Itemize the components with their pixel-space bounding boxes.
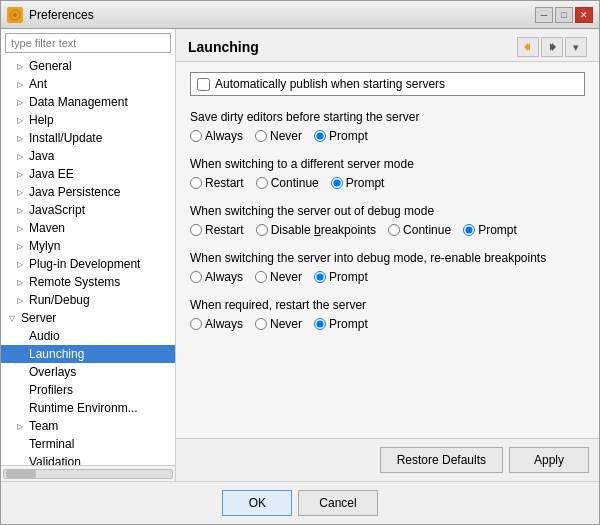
- sidebar-item-run-debug[interactable]: ▷Run/Debug: [1, 291, 175, 309]
- debug-out-prompt-label: Prompt: [478, 223, 517, 237]
- arrow-icon: ▷: [17, 422, 25, 431]
- sidebar-item-overlays[interactable]: Overlays: [1, 363, 175, 381]
- debug-into-prompt-option[interactable]: Prompt: [314, 270, 368, 284]
- title-bar: Preferences ─ □ ✕: [1, 1, 599, 29]
- sidebar-item-ant[interactable]: ▷Ant: [1, 75, 175, 93]
- debug-out-disable-label: Disable breakpoints: [271, 223, 376, 237]
- sidebar-item-server[interactable]: ▽Server: [1, 309, 175, 327]
- arrow-icon: ▷: [17, 296, 25, 305]
- restore-defaults-button[interactable]: Restore Defaults: [380, 447, 503, 473]
- sidebar-item-validation[interactable]: ▷Validation: [1, 453, 175, 465]
- arrow-icon: ▷: [17, 224, 25, 233]
- dirty-always-label: Always: [205, 129, 243, 143]
- maximize-button[interactable]: □: [555, 7, 573, 23]
- sidebar-item-java[interactable]: ▷Java: [1, 147, 175, 165]
- panel-toolbar: ▾: [517, 37, 587, 57]
- app-icon: [7, 7, 23, 23]
- debug-out-continue-option[interactable]: Continue: [388, 223, 451, 237]
- dirty-editors-options: Always Never Prompt: [190, 129, 585, 143]
- restart-never-radio[interactable]: [255, 318, 267, 330]
- debug-into-never-radio[interactable]: [255, 271, 267, 283]
- restart-server-label: When required, restart the server: [190, 298, 585, 312]
- restart-never-option[interactable]: Never: [255, 317, 302, 331]
- sidebar: ▷General ▷Ant ▷Data Management ▷Help ▷In…: [1, 29, 176, 481]
- auto-publish-checkbox[interactable]: [197, 78, 210, 91]
- arrow-icon: ▷: [17, 242, 25, 251]
- sidebar-item-mylyn[interactable]: ▷Mylyn: [1, 237, 175, 255]
- arrow-icon: ▷: [17, 80, 25, 89]
- switch-continue-option[interactable]: Continue: [256, 176, 319, 190]
- sidebar-item-profilers[interactable]: Profilers: [1, 381, 175, 399]
- switch-restart-radio[interactable]: [190, 177, 202, 189]
- scrollbar-track: [3, 469, 173, 479]
- debug-out-prompt-option[interactable]: Prompt: [463, 223, 517, 237]
- debug-out-continue-radio[interactable]: [388, 224, 400, 236]
- sidebar-item-install-update[interactable]: ▷Install/Update: [1, 129, 175, 147]
- dirty-prompt-radio[interactable]: [314, 130, 326, 142]
- restart-prompt-radio[interactable]: [314, 318, 326, 330]
- debug-out-restart-option[interactable]: Restart: [190, 223, 244, 237]
- content-area: ▷General ▷Ant ▷Data Management ▷Help ▷In…: [1, 29, 599, 481]
- switch-restart-option[interactable]: Restart: [190, 176, 244, 190]
- debug-into-section: When switching the server into debug mod…: [190, 251, 585, 284]
- debug-out-prompt-radio[interactable]: [463, 224, 475, 236]
- back-button[interactable]: [517, 37, 539, 57]
- svg-marker-3: [524, 43, 528, 51]
- sidebar-item-general[interactable]: ▷General: [1, 57, 175, 75]
- filter-input[interactable]: [5, 33, 171, 53]
- sidebar-item-runtime-env[interactable]: Runtime Environm...: [1, 399, 175, 417]
- debug-into-never-option[interactable]: Never: [255, 270, 302, 284]
- sidebar-item-java-ee[interactable]: ▷Java EE: [1, 165, 175, 183]
- arrow-icon: ▷: [17, 134, 25, 143]
- debug-into-prompt-radio[interactable]: [314, 271, 326, 283]
- horizontal-scrollbar[interactable]: [1, 465, 175, 481]
- close-button[interactable]: ✕: [575, 7, 593, 23]
- sidebar-item-java-persistence[interactable]: ▷Java Persistence: [1, 183, 175, 201]
- arrow-icon: ▷: [17, 188, 25, 197]
- dirty-never-option[interactable]: Never: [255, 129, 302, 143]
- sidebar-item-data-management[interactable]: ▷Data Management: [1, 93, 175, 111]
- sidebar-item-audio[interactable]: Audio: [1, 327, 175, 345]
- debug-out-section: When switching the server out of debug m…: [190, 204, 585, 237]
- debug-out-disable-option[interactable]: Disable breakpoints: [256, 223, 376, 237]
- sidebar-item-terminal[interactable]: ▷Terminal: [1, 435, 175, 453]
- switch-prompt-radio[interactable]: [331, 177, 343, 189]
- restart-server-section: When required, restart the server Always…: [190, 298, 585, 331]
- preferences-window: Preferences ─ □ ✕ ▷General ▷Ant ▷Data Ma…: [0, 0, 600, 525]
- restart-server-options: Always Never Prompt: [190, 317, 585, 331]
- sidebar-item-maven[interactable]: ▷Maven: [1, 219, 175, 237]
- minimize-button[interactable]: ─: [535, 7, 553, 23]
- switch-prompt-option[interactable]: Prompt: [331, 176, 385, 190]
- debug-into-always-radio[interactable]: [190, 271, 202, 283]
- sidebar-item-remote-systems[interactable]: ▷Remote Systems: [1, 273, 175, 291]
- restart-never-label: Never: [270, 317, 302, 331]
- arrow-icon: ▷: [17, 278, 25, 287]
- cancel-button[interactable]: Cancel: [298, 490, 377, 516]
- forward-button[interactable]: [541, 37, 563, 57]
- restart-prompt-option[interactable]: Prompt: [314, 317, 368, 331]
- debug-out-disable-radio[interactable]: [256, 224, 268, 236]
- dirty-prompt-option[interactable]: Prompt: [314, 129, 368, 143]
- switch-mode-label: When switching to a different server mod…: [190, 157, 585, 171]
- switch-continue-radio[interactable]: [256, 177, 268, 189]
- sidebar-item-plugin-dev[interactable]: ▷Plug-in Development: [1, 255, 175, 273]
- debug-out-restart-radio[interactable]: [190, 224, 202, 236]
- sidebar-item-javascript[interactable]: ▷JavaScript: [1, 201, 175, 219]
- restart-always-option[interactable]: Always: [190, 317, 243, 331]
- dirty-always-radio[interactable]: [190, 130, 202, 142]
- sidebar-item-team[interactable]: ▷Team: [1, 417, 175, 435]
- dirty-always-option[interactable]: Always: [190, 129, 243, 143]
- svg-point-1: [13, 13, 17, 17]
- sidebar-item-launching[interactable]: Launching: [1, 345, 175, 363]
- ok-button[interactable]: OK: [222, 490, 292, 516]
- apply-button[interactable]: Apply: [509, 447, 589, 473]
- debug-into-always-option[interactable]: Always: [190, 270, 243, 284]
- dirty-never-radio[interactable]: [255, 130, 267, 142]
- panel-title: Launching: [188, 39, 259, 55]
- auto-publish-label[interactable]: Automatically publish when starting serv…: [215, 77, 445, 91]
- restart-always-radio[interactable]: [190, 318, 202, 330]
- menu-dropdown-button[interactable]: ▾: [565, 37, 587, 57]
- debug-out-continue-label: Continue: [403, 223, 451, 237]
- sidebar-item-help[interactable]: ▷Help: [1, 111, 175, 129]
- arrow-icon: ▷: [17, 98, 25, 107]
